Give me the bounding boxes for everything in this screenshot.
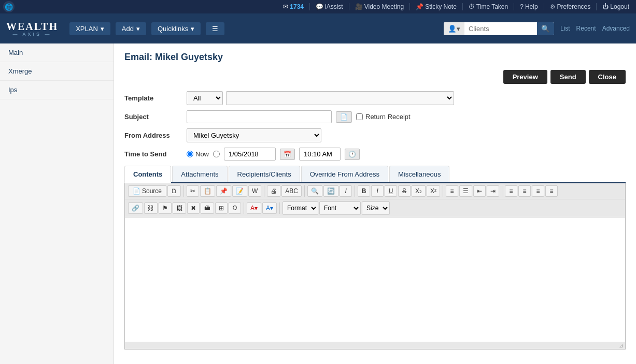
search-input[interactable] xyxy=(464,22,537,35)
align-center-button[interactable]: ≡ xyxy=(518,185,531,197)
recent-link[interactable]: Recent xyxy=(576,25,596,32)
align-justify-button[interactable]: ≡ xyxy=(545,185,558,197)
ordered-list-button[interactable]: ≡ xyxy=(446,185,458,197)
preview-button[interactable]: Preview xyxy=(503,70,547,84)
paste-button[interactable]: 📌 xyxy=(216,185,231,197)
toolbar-row-2: 🔗 ⛓ ⚑ 🖼 ✖ 🏔 ⊞ Ω A▾ A▾ Format xyxy=(128,201,390,215)
unlink-button[interactable]: ⛓ xyxy=(144,202,158,214)
send-button[interactable]: Send xyxy=(550,70,586,84)
size-select[interactable]: Size xyxy=(362,201,390,215)
action-buttons: Preview Send Close xyxy=(124,70,626,84)
search-submit-button[interactable]: 🔍 xyxy=(537,22,554,35)
template-main-select[interactable] xyxy=(226,91,454,105)
tabs-row: Contents Attachments Recipients/Clients … xyxy=(124,166,626,183)
preferences-item[interactable]: ⚙ Preferences xyxy=(546,2,595,11)
video-icon: 🎥 xyxy=(355,3,363,10)
return-receipt-label: Return Receipt xyxy=(356,113,411,121)
tab-contents[interactable]: Contents xyxy=(124,166,171,183)
later-radio[interactable] xyxy=(213,151,220,157)
underline-button[interactable]: U xyxy=(385,185,397,197)
template-all-select[interactable]: All xyxy=(187,91,223,105)
logout-item[interactable]: ⏻ Logout xyxy=(599,2,633,11)
add-label: Add xyxy=(122,25,134,33)
font-color-button[interactable]: A▾ xyxy=(247,202,261,214)
sticky-note-item[interactable]: 📌 Sticky Note xyxy=(412,2,460,11)
find-button[interactable]: 🔍 xyxy=(307,185,322,197)
font-bg-button[interactable]: A▾ xyxy=(262,202,277,214)
paste-text-button[interactable]: 📝 xyxy=(232,185,247,197)
main-layout: Main Xmerge Ips Email: Mikel Guyetsky Pr… xyxy=(0,43,636,364)
tab-override-from[interactable]: Override From Address xyxy=(301,166,388,182)
xplan-button[interactable]: XPLAN ▾ xyxy=(69,22,110,35)
remove-format-button[interactable]: ✖ xyxy=(187,202,200,214)
tab-recipients[interactable]: Recipients/Clients xyxy=(229,166,300,182)
mail-item[interactable]: ✉ 1734 xyxy=(279,2,307,11)
strikethrough-button[interactable]: S xyxy=(398,185,411,197)
cut-button[interactable]: ✂ xyxy=(187,185,199,197)
subject-row: Subject 📄 Return Receipt xyxy=(124,110,626,123)
template-row: Template All xyxy=(124,91,626,105)
tab-miscellaneous[interactable]: Miscellaneous xyxy=(389,166,449,182)
subject-icon-button[interactable]: 📄 xyxy=(336,111,352,123)
from-address-row: From Address Mikel Guyetsky xyxy=(124,128,626,142)
superscript-button[interactable]: X² xyxy=(427,185,440,197)
image-button[interactable]: 🖼 xyxy=(173,202,186,214)
copy-button[interactable]: 📋 xyxy=(200,185,215,197)
new-page-button[interactable]: 🗋 xyxy=(167,185,181,197)
align-right-button[interactable]: ≡ xyxy=(532,185,544,197)
print-button[interactable]: 🖨 xyxy=(267,185,280,197)
table-button[interactable]: ⊞ xyxy=(215,202,228,214)
add-button[interactable]: Add ▾ xyxy=(116,22,146,35)
search-list-button[interactable]: ☰ xyxy=(206,22,224,35)
time-input[interactable] xyxy=(299,148,341,161)
editor-body[interactable] xyxy=(125,217,625,342)
subject-input[interactable] xyxy=(187,110,332,123)
italic-i-button[interactable]: I xyxy=(340,185,352,197)
indent-more-button[interactable]: ⇥ xyxy=(487,185,499,197)
link-button[interactable]: 🔗 xyxy=(128,202,143,214)
tab-attachments[interactable]: Attachments xyxy=(172,166,227,182)
logout-label: Logout xyxy=(610,3,629,10)
search-list-icon: ☰ xyxy=(212,25,218,33)
bold-button[interactable]: B xyxy=(358,185,370,197)
paste-word-button[interactable]: W xyxy=(248,185,261,197)
advanced-link[interactable]: Advanced xyxy=(602,25,630,32)
source-button[interactable]: 📄 Source xyxy=(128,185,166,197)
toolbar-separator xyxy=(304,185,305,197)
italic-button[interactable]: I xyxy=(371,185,384,197)
anchor-button[interactable]: ⚑ xyxy=(159,202,172,214)
sidebar-item-main[interactable]: Main xyxy=(0,43,114,62)
logout-icon: ⏻ xyxy=(602,3,609,10)
insert-image-button[interactable]: 🏔 xyxy=(201,202,214,214)
date-input[interactable] xyxy=(224,148,276,161)
time-taken-item[interactable]: ⏱ Time Taken xyxy=(465,2,512,11)
search-user-icon-button[interactable]: 👤 ▾ xyxy=(444,22,464,35)
video-meeting-item[interactable]: 🎥 Video Meeting xyxy=(351,2,408,11)
calendar-button[interactable]: 📅 xyxy=(280,149,295,160)
nav-links: List Recent Advanced xyxy=(560,25,630,32)
font-select[interactable]: Font xyxy=(319,201,361,215)
align-left-button[interactable]: ≡ xyxy=(505,185,517,197)
now-radio[interactable] xyxy=(187,151,193,157)
sidebar-item-ips[interactable]: Ips xyxy=(0,81,114,99)
quicklinks-button[interactable]: Quicklinks ▾ xyxy=(151,22,201,35)
help-item[interactable]: ? Help xyxy=(516,2,541,11)
special-char-button[interactable]: Ω xyxy=(229,202,241,214)
logo: WEALTH — AXIS — xyxy=(6,21,58,37)
format-select[interactable]: Format xyxy=(282,201,318,215)
subscript-button[interactable]: X₂ xyxy=(412,185,426,197)
toolbar-row-1: 📄 Source 🗋 ✂ 📋 📌 📝 W 🖨 ABC xyxy=(128,185,558,197)
find-replace-button[interactable]: 🔄 xyxy=(323,185,338,197)
list-link[interactable]: List xyxy=(560,25,570,32)
editor-resize-bar: ⊿ xyxy=(125,342,625,349)
time-picker-button[interactable]: 🕐 xyxy=(345,149,360,160)
from-address-select[interactable]: Mikel Guyetsky xyxy=(187,128,321,142)
unordered-list-button[interactable]: ☰ xyxy=(459,185,472,197)
close-button[interactable]: Close xyxy=(589,70,626,84)
iassist-item[interactable]: 💬 iAssist xyxy=(312,2,347,11)
sidebar-item-xmerge[interactable]: Xmerge xyxy=(0,62,114,81)
search-icon: 🔍 xyxy=(541,25,550,33)
spellcheck-button[interactable]: ABC xyxy=(281,185,302,197)
indent-less-button[interactable]: ⇤ xyxy=(473,185,486,197)
return-receipt-checkbox[interactable] xyxy=(356,113,363,120)
